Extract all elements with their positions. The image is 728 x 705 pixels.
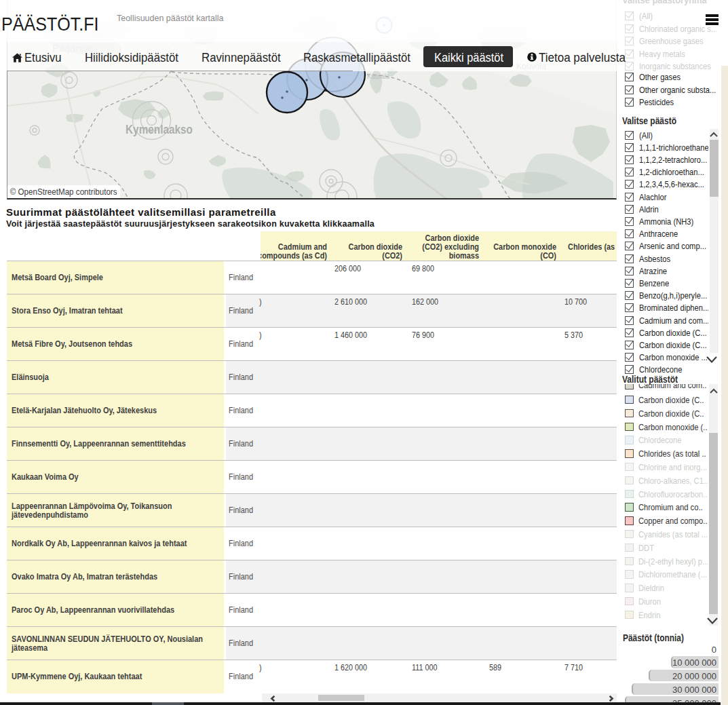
svg-text:Kausala: Kausala	[367, 73, 389, 80]
svg-text:Kymenlaakso: Kymenlaakso	[126, 123, 193, 136]
